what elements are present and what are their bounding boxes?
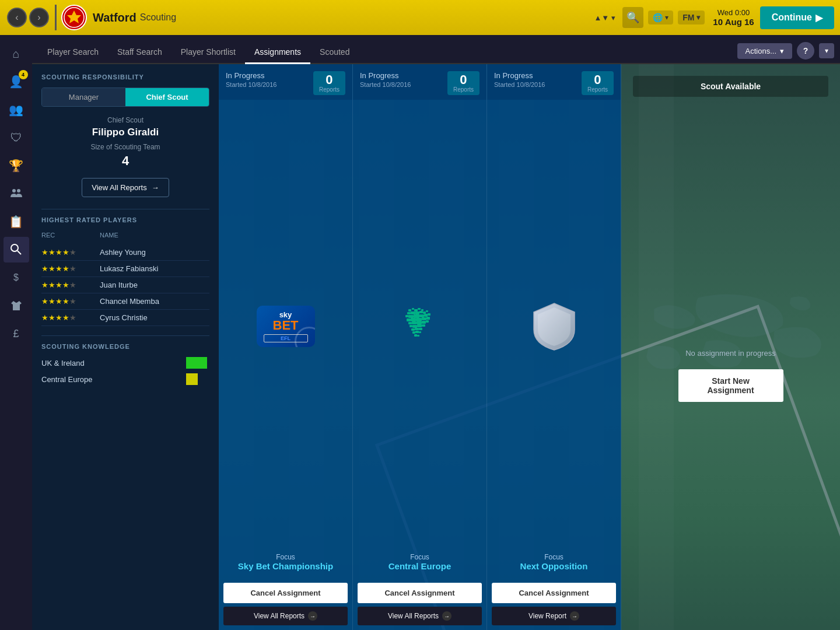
card-actions-1: Cancel Assignment View All Reports → <box>219 578 352 630</box>
globe-button[interactable]: 🌐 ▾ <box>648 10 673 24</box>
svg-rect-26 <box>422 317 426 320</box>
view-reports-button-3[interactable]: View Report → <box>492 607 616 625</box>
responsibility-tabs: Manager Chief Scout <box>41 88 209 107</box>
tab-scouted[interactable]: Scouted <box>310 41 359 64</box>
start-new-assignment-button[interactable]: Start New Assignment <box>678 369 783 402</box>
scout-available-content: No assignment in progress Start New Assi… <box>678 108 783 618</box>
svg-rect-20 <box>419 314 424 317</box>
sidebar-item-kit[interactable] <box>4 293 29 318</box>
player-list: ★★★★★ Ashley Young ★★★★★ Lukasz Fabiansk… <box>41 244 209 326</box>
svg-rect-32 <box>426 320 429 323</box>
sidebar-item-tactics[interactable]: 📋 <box>4 209 29 235</box>
knowledge-bar-fill-uk <box>186 357 207 369</box>
cancel-assignment-button-1[interactable]: Cancel Assignment <box>223 583 348 603</box>
club-logo <box>61 5 87 30</box>
svg-rect-37 <box>411 328 415 331</box>
assignment-card-skybet: In Progress Started 10/8/2016 0 Reports … <box>219 64 353 630</box>
assignment-card-opposition: In Progress Started 10/8/2016 0 Reports <box>487 64 621 630</box>
sidebar-item-squad[interactable] <box>4 181 29 206</box>
svg-rect-12 <box>411 312 415 314</box>
svg-rect-10 <box>421 309 424 311</box>
col-rec-header: Rec <box>41 232 94 239</box>
help-button[interactable]: ? <box>797 42 814 60</box>
nav-forward-button[interactable]: › <box>29 8 49 27</box>
svg-rect-24 <box>411 318 416 321</box>
europe-map-icon <box>391 303 449 350</box>
knowledge-bar-uk <box>186 357 209 369</box>
knowledge-row-europe: Central Europe <box>41 373 209 385</box>
people-icon: 👥 <box>9 103 23 117</box>
svg-rect-17 <box>405 315 408 317</box>
search-icon[interactable]: 🔍 <box>622 7 643 28</box>
svg-rect-16 <box>426 310 428 312</box>
team-size-label: Size of Scouting Team <box>41 143 209 151</box>
nav-back-button[interactable]: ‹ <box>7 8 27 27</box>
col-name-header: Name <box>100 232 209 239</box>
card-header-2: In Progress Started 10/8/2016 0 Reports <box>353 64 487 100</box>
svg-rect-15 <box>423 312 426 314</box>
svg-rect-11 <box>407 312 411 314</box>
svg-rect-40 <box>412 331 415 334</box>
view-reports-button-1[interactable]: View All Reports → <box>223 607 348 625</box>
tactics-icon: 📋 <box>9 215 23 229</box>
sidebar-item-scouting[interactable] <box>4 237 29 262</box>
tab-chief-scout[interactable]: Chief Scout <box>125 88 209 106</box>
player-stars: ★★★★★ <box>41 281 94 289</box>
svg-rect-22 <box>428 313 430 316</box>
time-display: Wed 0:00 <box>713 8 754 17</box>
knowledge-bar-fill-europe <box>186 373 198 385</box>
actions-button[interactable]: Actions... ▾ <box>737 43 792 59</box>
sidebar-item-profile[interactable]: 👤 4 <box>4 69 29 94</box>
continue-button[interactable]: Continue ▶ <box>760 6 834 29</box>
player-stars: ★★★★★ <box>41 248 94 257</box>
sidebar-item-finance[interactable]: £ <box>4 321 29 346</box>
shield-logo-icon <box>531 300 578 353</box>
view-all-reports-button[interactable]: View All Reports → <box>82 178 169 197</box>
reports-badge-1: 0 Reports <box>313 71 345 95</box>
player-row: ★★★★★ Cyrus Christie <box>41 310 209 326</box>
sidebar-item-home[interactable]: ⌂ <box>4 41 29 66</box>
svg-point-2 <box>12 189 16 192</box>
arrow-right-icon: → <box>152 183 159 192</box>
chevron-down-icon: ▾ <box>780 47 784 55</box>
player-name: Chancel Mbemba <box>100 297 209 306</box>
svg-rect-36 <box>422 324 425 327</box>
club-name: Watford <box>93 11 136 24</box>
divider <box>41 209 209 209</box>
svg-rect-7 <box>412 308 414 310</box>
sidebar-item-shield[interactable]: 🛡 <box>4 125 29 150</box>
card-focus-value-3: Next Opposition <box>487 561 621 578</box>
tab-manager[interactable]: Manager <box>42 88 125 106</box>
sidebar-item-trophy[interactable]: 🏆 <box>4 153 29 178</box>
fm-button[interactable]: FM ▾ <box>678 10 705 24</box>
view-reports-button-2[interactable]: View All Reports → <box>358 607 482 625</box>
tab-staff-search[interactable]: Staff Search <box>108 41 172 64</box>
svg-rect-9 <box>418 308 421 310</box>
svg-rect-34 <box>412 325 417 328</box>
cancel-assignment-button-3[interactable]: Cancel Assignment <box>492 583 616 603</box>
sidebar-item-stats[interactable]: $ <box>4 265 29 290</box>
svg-rect-18 <box>408 315 414 318</box>
date-value: 10 Aug 16 <box>713 17 754 27</box>
svg-rect-13 <box>415 312 419 314</box>
svg-point-3 <box>17 189 20 192</box>
svg-rect-28 <box>408 322 412 324</box>
svg-rect-21 <box>424 314 428 317</box>
globe-icon: 🌐 <box>653 13 663 22</box>
skybet-logo: sky BET EFL <box>257 306 315 347</box>
tab-assignments[interactable]: Assignments <box>245 41 310 64</box>
knowledge-label-uk: UK & Ireland <box>41 359 180 368</box>
player-name: Cyrus Christie <box>100 313 209 322</box>
svg-rect-6 <box>408 309 411 312</box>
tab-player-search[interactable]: Player Search <box>38 41 108 64</box>
sidebar-item-people[interactable]: 👥 <box>4 97 29 123</box>
highest-rated-title: HIGHEST RATED PLAYERS <box>41 216 209 223</box>
nav-chevron-button[interactable]: ▾ <box>819 43 834 58</box>
tab-player-shortlist[interactable]: Player Shortlist <box>172 41 245 64</box>
card-status-1: In Progress Started 10/8/2016 <box>226 71 276 88</box>
cancel-assignment-button-2[interactable]: Cancel Assignment <box>358 583 482 603</box>
scouting-knowledge: SCOUTING KNOWLEDGE UK & Ireland Central … <box>41 335 209 385</box>
assignments-inner: In Progress Started 10/8/2016 0 Reports … <box>219 64 840 630</box>
card-logo-area-2 <box>353 100 487 553</box>
reports-badge-3: 0 Reports <box>582 71 614 95</box>
